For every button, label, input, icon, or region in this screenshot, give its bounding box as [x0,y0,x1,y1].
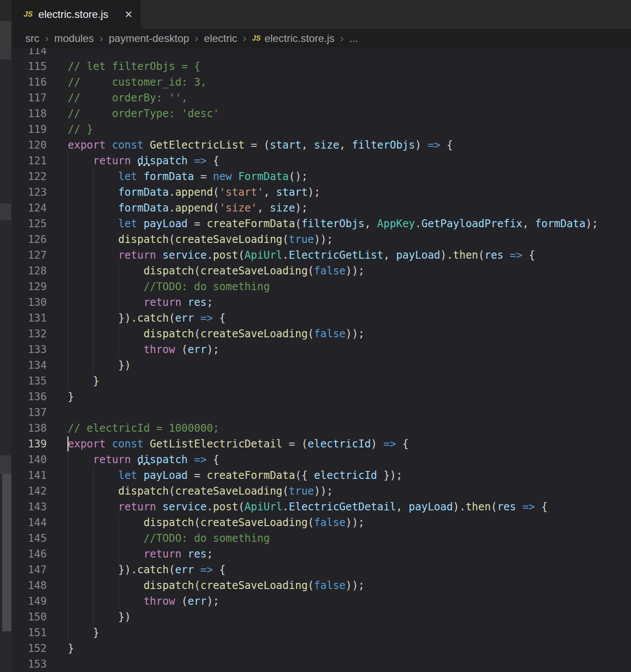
code-text: dispatch(createSaveLoading(false)); [47,578,364,593]
code-text: // let filterObjs = { [47,59,200,74]
code-text: }) [47,357,131,373]
code-line[interactable]: 117// orderBy: '', [11,90,631,106]
code-line[interactable]: 142 dispatch(createSaveLoading(true)); [11,483,631,499]
indent-guide [93,247,94,263]
code-line[interactable]: 125 let payLoad = createFormData(filterO… [11,216,631,232]
code-line[interactable]: 141 let payLoad = createFormData({ elect… [11,468,631,483]
code-text: return service.post(ApiUrl.ElectricGetDe… [47,499,548,515]
code-line[interactable]: 134 }) [11,357,631,373]
text-cursor [67,436,69,451]
tab-electric-store-js[interactable]: JS electric.store.js ✕ [11,0,141,29]
indent-guide [93,499,94,515]
code-text [47,48,68,59]
indent-guide [93,310,94,326]
code-line[interactable]: 119// } [11,121,631,137]
code-line[interactable]: 129 //TODO: do something [11,279,631,294]
code-line[interactable]: 140 return dispatch => { [11,452,631,468]
breadcrumb-item-src[interactable]: src [25,32,39,45]
code-text: throw (err); [47,593,219,609]
line-number: 131 [11,310,47,326]
close-tab-icon[interactable]: ✕ [125,9,133,21]
code-line[interactable]: 130 return res; [11,294,631,310]
indent-guide [93,546,94,562]
code-line[interactable]: 137 [11,405,631,420]
code-line[interactable]: 136} [11,389,631,405]
code-line[interactable]: 123 formData.append('start', start); [11,184,631,200]
code-text: // } [47,121,93,137]
code-editor[interactable]: 114115// let filterObjs = {116// custome… [11,48,631,672]
code-line[interactable]: 151 } [11,625,631,641]
code-line[interactable]: 116// customer_id: 3, [11,74,631,90]
indent-guide [68,294,68,310]
code-line[interactable]: 135 } [11,373,631,389]
code-line[interactable]: 127 return service.post(ApiUrl.ElectricG… [11,247,631,263]
tab-bar: JS electric.store.js ✕ [11,0,631,29]
code-line[interactable]: 153 [11,656,631,672]
code-line[interactable]: 146 return res; [11,546,631,562]
code-line[interactable]: 122 let formData = new FormData(); [11,169,631,184]
code-line[interactable]: 144 dispatch(createSaveLoading(false)); [11,515,631,530]
panel-highlight [0,21,11,59]
code-line[interactable]: 145 //TODO: do something [11,530,631,546]
indent-guide [68,153,68,169]
code-line[interactable]: 148 dispatch(createSaveLoading(false)); [11,578,631,593]
indent-guide [93,609,94,625]
indent-guide [68,200,68,216]
code-text: //TODO: do something [47,530,270,546]
breadcrumb-item-file[interactable]: electric.store.js [264,32,334,45]
code-line[interactable]: 126 dispatch(createSaveLoading(true)); [11,232,631,247]
code-line[interactable]: 138// electricId = 1000000; [11,420,631,436]
indent-guide [118,294,119,310]
code-line[interactable]: 133 throw (err); [11,342,631,357]
indent-guide [68,609,68,625]
line-number: 140 [11,452,47,468]
indent-guide [118,342,119,357]
code-line[interactable]: 132 dispatch(createSaveLoading(false)); [11,326,631,342]
code-line[interactable]: 120export const GetElectricList = (start… [11,137,631,153]
indent-guide [118,546,119,562]
indent-guide [93,232,94,247]
indent-guide [68,625,68,641]
code-text: return dispatch => { [47,452,219,468]
code-line[interactable]: 139export const GetListElectricDetail = … [11,436,631,452]
indent-guide [93,216,94,232]
breadcrumb-item-modules[interactable]: modules [54,32,94,45]
indent-guide [118,263,119,279]
code-text: } [47,373,99,389]
line-number: 116 [11,74,47,90]
line-number: 123 [11,184,47,200]
line-number: 141 [11,468,47,483]
line-number: 138 [11,420,47,436]
indent-guide [118,530,119,546]
line-number: 130 [11,294,47,310]
code-line[interactable]: 150 }) [11,609,631,625]
breadcrumb-item-electric[interactable]: electric [204,32,237,45]
breadcrumb-item-more[interactable]: ... [349,32,358,45]
indent-guide [68,342,68,357]
code-line[interactable]: 128 dispatch(createSaveLoading(false)); [11,263,631,279]
code-line[interactable]: 124 formData.append('size', size); [11,200,631,216]
code-line[interactable]: 121 return dispatch => { [11,153,631,169]
code-text: formData.append('start', start); [47,184,320,200]
line-number: 143 [11,499,47,515]
code-line[interactable]: 114 [11,48,631,59]
code-line[interactable]: 149 throw (err); [11,593,631,609]
code-line[interactable]: 118// orderType: 'desc' [11,106,631,121]
code-line[interactable]: 131 }).catch(err => { [11,310,631,326]
code-text: // orderType: 'desc' [47,106,219,121]
code-line[interactable]: 143 return service.post(ApiUrl.ElectricG… [11,499,631,515]
breadcrumb-item-payment-desktop[interactable]: payment-desktop [109,32,189,45]
code-line[interactable]: 115// let filterObjs = { [11,59,631,74]
indent-guide [93,357,94,373]
indent-guide [68,483,68,499]
line-number: 121 [11,153,47,169]
line-number: 125 [11,216,47,232]
code-line[interactable]: 147 }).catch(err => { [11,562,631,578]
indent-guide [68,515,68,530]
indent-guide [68,216,68,232]
code-text: return service.post(ApiUrl.ElectricGetLi… [47,247,535,263]
panel-scrollbar-thumb[interactable] [2,474,11,631]
indent-guide [93,530,94,546]
code-line[interactable]: 152} [11,641,631,656]
line-number: 149 [11,593,47,609]
